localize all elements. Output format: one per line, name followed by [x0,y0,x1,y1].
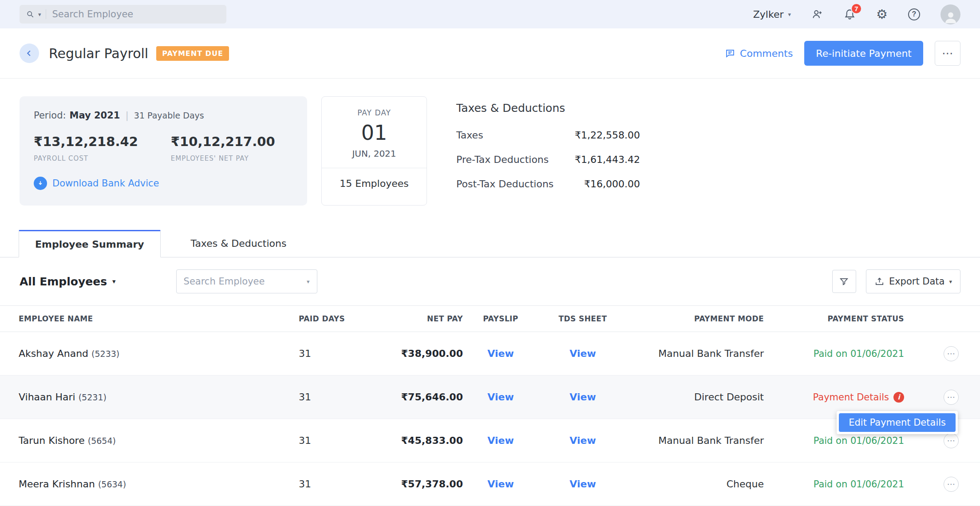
search-divider [46,9,46,19]
info-icon: i [893,392,904,403]
download-bank-advice-link[interactable]: Download Bank Advice [34,177,159,190]
edit-payment-details-button[interactable]: Edit Payment Details [839,413,956,432]
notifications-button[interactable]: 7 [844,8,856,20]
table-row[interactable]: Meera Krishnan (5634) 31 ₹57,378.00 View… [0,463,980,506]
payroll-cost-value: ₹13,12,218.42 [34,134,138,149]
tab-bar: Employee Summary Taxes & Deductions [0,230,980,257]
net-pay: ₹45,833.00 [370,435,463,446]
payslip-view-link[interactable]: View [487,348,514,359]
row-actions-button[interactable]: ⋯ [944,346,959,361]
employee-search-select[interactable]: Search Employee ▾ [176,269,317,293]
more-options-button[interactable]: ⋯ [935,41,960,66]
employee-id: (5233) [91,349,119,359]
filter-row: All Employees ▾ Search Employee ▾ Export… [0,257,980,305]
payment-status: Paid on 01/06/2021 [814,348,904,359]
export-icon [874,277,885,287]
global-search-input[interactable] [52,9,220,20]
tab-employee-summary[interactable]: Employee Summary [19,230,161,257]
search-icon [26,10,35,19]
payment-mode: Manual Bank Transfer [627,348,764,359]
tds-view-link[interactable]: View [569,478,596,490]
export-data-button[interactable]: Export Data ▾ [866,269,960,293]
table-row[interactable]: Vihaan Hari (5231) 31 ₹75,646.00 View Vi… [0,376,980,419]
filter-actions: Export Data ▾ [832,269,960,293]
payslip-view-link[interactable]: View [487,435,514,446]
tds-view-link[interactable]: View [569,435,596,446]
topbar: ▾ Zylker ▾ 7 ⚙ ? [0,0,980,28]
row-actions-button[interactable]: ⋯ [944,390,959,405]
period-line: Period: May 2021 | 31 Payable Days [34,110,293,121]
add-user-icon [811,8,823,20]
tax-value: ₹1,22,558.00 [575,130,640,141]
ellipsis-icon: ⋯ [947,435,956,446]
page-header: Regular Payroll PAYMENT DUE Comments Re-… [0,28,980,79]
org-name: Zylker [753,9,784,20]
period-separator: | [125,110,128,121]
row-actions-button[interactable]: ⋯ [944,477,959,492]
tax-row: Taxes ₹1,22,558.00 [456,130,640,141]
tds-view-link[interactable]: View [569,348,596,359]
comments-label: Comments [740,48,793,59]
tax-value: ₹16,000.00 [584,178,640,190]
employee-search-placeholder: Search Employee [184,276,265,287]
employee-name: Tarun Kishore [19,435,85,446]
help-button[interactable]: ? [908,8,920,20]
employee-id: (5654) [88,436,116,446]
filter-caret-icon: ▾ [112,278,116,285]
back-button[interactable] [20,43,39,63]
global-search[interactable]: ▾ [20,5,226,24]
add-user-button[interactable] [811,8,823,20]
question-icon: ? [908,8,920,20]
header-actions: Comments Re-initiate Payment ⋯ [725,41,960,66]
filter-button[interactable] [832,270,856,293]
chevron-left-icon [24,48,34,58]
payday-employee-count: 15 Employees [322,178,427,189]
employee-id: (5634) [98,479,126,489]
tax-label: Pre-Tax Deductions [456,154,549,165]
payslip-view-link[interactable]: View [487,391,514,403]
payable-days: 31 Payable Days [134,111,204,120]
payroll-summary-card: Period: May 2021 | 31 Payable Days ₹13,1… [20,96,307,206]
payday-month: JUN, 2021 [322,148,427,159]
payroll-run-screen: ▾ Zylker ▾ 7 ⚙ ? [0,0,980,506]
table-row[interactable]: Tarun Kishore (5654) 31 ₹45,833.00 View … [0,419,980,463]
payday-day: 01 [322,121,427,145]
payslip-view-link[interactable]: View [487,478,514,490]
column-header-employee-name: EMPLOYEE NAME [19,314,299,323]
tax-label: Taxes [456,130,483,141]
tax-row: Post-Tax Deductions ₹16,000.00 [456,178,640,190]
net-pay-value: ₹10,12,217.00 [171,134,275,149]
employee-id: (5231) [79,392,107,402]
comments-button[interactable]: Comments [725,48,793,59]
avatar[interactable] [940,4,960,24]
taxes-deductions-block: Taxes & Deductions Taxes ₹1,22,558.00 Pr… [456,96,640,206]
table-row[interactable]: Akshay Anand (5233) 31 ₹38,900.00 View V… [0,332,980,376]
ellipsis-icon: ⋯ [947,479,956,489]
tds-view-link[interactable]: View [569,391,596,403]
employee-filter-dropdown[interactable]: All Employees ▾ [20,275,116,288]
row-actions-button[interactable]: ⋯ [944,433,959,448]
net-pay: ₹75,646.00 [370,391,463,403]
payday-label: PAY DAY [322,108,427,117]
payroll-cost-block: ₹13,12,218.42 PAYROLL COST [34,134,138,162]
paid-days: 31 [299,435,370,446]
period-value: May 2021 [70,110,120,121]
settings-button[interactable]: ⚙ [876,8,888,21]
download-icon [34,177,47,190]
more-horizontal-icon: ⋯ [942,47,953,60]
employee-name: Akshay Anand [19,348,88,359]
org-switcher[interactable]: Zylker ▾ [753,9,791,20]
tab-taxes-deductions[interactable]: Taxes & Deductions [175,230,303,257]
status-badge: PAYMENT DUE [156,46,229,61]
search-scope-caret-icon[interactable]: ▾ [38,12,41,17]
org-caret-icon: ▾ [788,12,791,17]
reinitiate-payment-button[interactable]: Re-initiate Payment [804,41,923,66]
paid-days: 31 [299,478,370,490]
ellipsis-icon: ⋯ [947,348,956,359]
comment-icon [725,48,735,59]
employee-table: EMPLOYEE NAME PAID DAYS NET PAY PAYSLIP … [0,305,980,506]
payment-details-link[interactable]: Payment Details i [813,392,904,403]
topbar-actions: Zylker ▾ 7 ⚙ ? [753,4,960,24]
employee-filter-label: All Employees [20,275,107,288]
summary-section: Period: May 2021 | 31 Payable Days ₹13,1… [0,79,980,230]
